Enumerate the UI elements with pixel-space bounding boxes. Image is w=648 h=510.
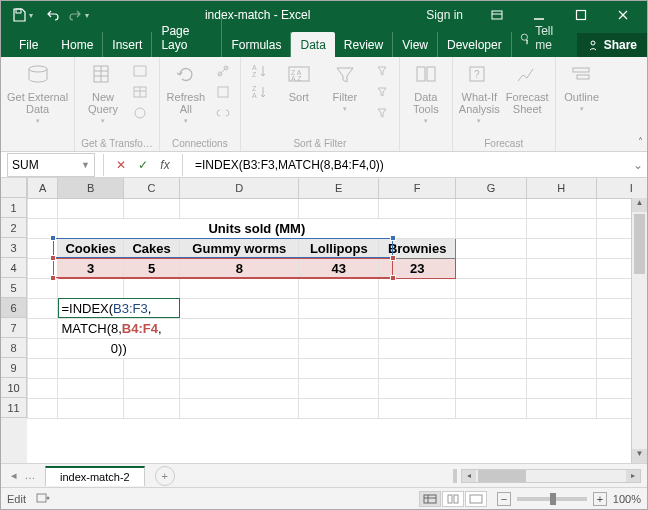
sort-desc-button[interactable]: ZA (247, 82, 273, 102)
outline-button[interactable]: Outline▾ (562, 61, 602, 113)
name-box[interactable]: SUM▼ (7, 153, 95, 177)
ribbon: Get External Data▾ New Query▾ Get & Tran… (1, 57, 647, 152)
cell[interactable]: Units sold (MM) (58, 218, 456, 238)
select-all-corner[interactable] (1, 178, 27, 198)
svg-rect-13 (218, 87, 228, 97)
sheet-nav-prev-icon[interactable]: … (23, 469, 37, 482)
view-page-layout-icon[interactable] (442, 491, 464, 507)
zoom-level[interactable]: 100% (613, 493, 641, 505)
svg-text:Z: Z (252, 85, 257, 92)
filter-button[interactable]: Filter▾ (325, 61, 365, 113)
tab-home[interactable]: Home (52, 32, 103, 57)
forecast-sheet-button[interactable]: Forecast Sheet (506, 61, 549, 115)
expand-formula-bar-icon[interactable]: ⌄ (629, 158, 647, 172)
horizontal-scrollbar[interactable]: ◂ ▸ (461, 469, 641, 483)
tab-view[interactable]: View (393, 32, 438, 57)
tab-page-layout[interactable]: Page Layo (152, 18, 222, 57)
svg-text:A: A (252, 92, 257, 99)
cell[interactable]: 3 (58, 258, 124, 278)
cell[interactable]: MATCH(8,B4:F4, (58, 318, 180, 338)
col-header[interactable]: B (58, 178, 124, 198)
col-header[interactable]: A (28, 178, 58, 198)
undo-icon[interactable] (43, 5, 63, 25)
cell[interactable]: 5 (123, 258, 179, 278)
redo-icon[interactable] (65, 5, 85, 25)
share-button[interactable]: Share (577, 33, 647, 57)
col-header[interactable]: C (123, 178, 179, 198)
fx-icon[interactable]: fx (154, 158, 176, 172)
enter-icon[interactable]: ✓ (132, 158, 154, 172)
tab-developer[interactable]: Developer (438, 32, 512, 57)
clear-filter-button[interactable] (371, 61, 393, 81)
tab-insert[interactable]: Insert (103, 32, 152, 57)
active-cell[interactable]: =INDEX(B3:F3, (58, 298, 180, 318)
col-header[interactable]: H (526, 178, 596, 198)
properties-button[interactable] (212, 82, 234, 102)
tab-file[interactable]: File (5, 32, 52, 57)
col-header[interactable]: D (180, 178, 299, 198)
add-sheet-button[interactable]: + (155, 466, 175, 486)
cell[interactable]: 0)) (58, 338, 180, 358)
show-queries-button[interactable] (129, 61, 151, 81)
group-forecast: ? What-If Analysis▾ Forecast Sheet Forec… (453, 57, 556, 151)
view-page-break-icon[interactable] (465, 491, 487, 507)
sheet-tab[interactable]: index-match-2 (45, 466, 145, 486)
cell[interactable]: Lollipops (299, 238, 379, 258)
tell-me-search[interactable]: Tell me (512, 19, 577, 57)
cell[interactable]: 43 (299, 258, 379, 278)
row-header[interactable]: 7 (1, 318, 27, 338)
row-header[interactable]: 9 (1, 358, 27, 378)
cell[interactable]: Cakes (123, 238, 179, 258)
row-header[interactable]: 1 (1, 198, 27, 218)
row-header[interactable]: 5 (1, 278, 27, 298)
edit-links-button[interactable] (212, 103, 234, 123)
save-icon[interactable] (9, 5, 29, 25)
cell[interactable]: Gummy worms (180, 238, 299, 258)
sign-in-link[interactable]: Sign in (426, 8, 463, 22)
tab-data[interactable]: Data (291, 32, 334, 57)
group-connections: Refresh All▾ Connections (160, 57, 241, 151)
data-tools-button[interactable]: Data Tools▾ (406, 61, 446, 125)
row-header[interactable]: 8 (1, 338, 27, 358)
reapply-button[interactable] (371, 82, 393, 102)
cell[interactable]: Cookies (58, 238, 124, 258)
sheet-nav-first-icon[interactable]: ◂ (7, 469, 21, 482)
cancel-icon[interactable]: ✕ (110, 158, 132, 172)
connections-button[interactable] (212, 61, 234, 81)
cell-grid[interactable]: A B C D E F G H I Units sold (MM) Cookie… (27, 178, 647, 419)
view-normal-icon[interactable] (419, 491, 441, 507)
cell[interactable]: 8 (180, 258, 299, 278)
col-header[interactable]: E (299, 178, 379, 198)
row-header[interactable]: 3 (1, 238, 27, 258)
new-query-button[interactable]: New Query▾ (83, 61, 123, 125)
tab-review[interactable]: Review (335, 32, 393, 57)
macro-record-icon[interactable] (36, 492, 50, 506)
zoom-out-icon[interactable]: − (497, 492, 511, 506)
sort-button[interactable]: Z AA Z Sort (279, 61, 319, 103)
from-table-button[interactable] (129, 82, 151, 102)
zoom-in-icon[interactable]: + (593, 492, 607, 506)
row-header[interactable]: 2 (1, 218, 27, 238)
vertical-scrollbar[interactable]: ▲ ▼ (631, 198, 647, 463)
ribbon-options-icon[interactable] (479, 1, 515, 29)
get-external-data-button[interactable]: Get External Data▾ (7, 61, 68, 125)
col-header[interactable]: I (596, 178, 647, 198)
col-header[interactable]: F (379, 178, 456, 198)
row-header[interactable]: 10 (1, 378, 27, 398)
refresh-all-button[interactable]: Refresh All▾ (166, 61, 206, 125)
formula-input[interactable]: =INDEX(B3:F3,MATCH(8,B4:F4,0)) (189, 158, 629, 172)
collapse-ribbon-icon[interactable]: ˄ (638, 136, 643, 147)
row-header[interactable]: 11 (1, 398, 27, 418)
row-header[interactable]: 4 (1, 258, 27, 278)
recent-sources-button[interactable] (129, 103, 151, 123)
tab-formulas[interactable]: Formulas (222, 32, 291, 57)
row-header[interactable]: 6 (1, 298, 27, 318)
svg-text:Z: Z (252, 71, 257, 78)
zoom-control[interactable]: − + 100% (497, 492, 641, 506)
col-header[interactable]: G (456, 178, 526, 198)
sort-asc-button[interactable]: AZ (247, 61, 273, 81)
close-button[interactable] (605, 1, 641, 29)
whatif-button[interactable]: ? What-If Analysis▾ (459, 61, 500, 125)
advanced-button[interactable] (371, 103, 393, 123)
svg-rect-27 (37, 494, 46, 502)
